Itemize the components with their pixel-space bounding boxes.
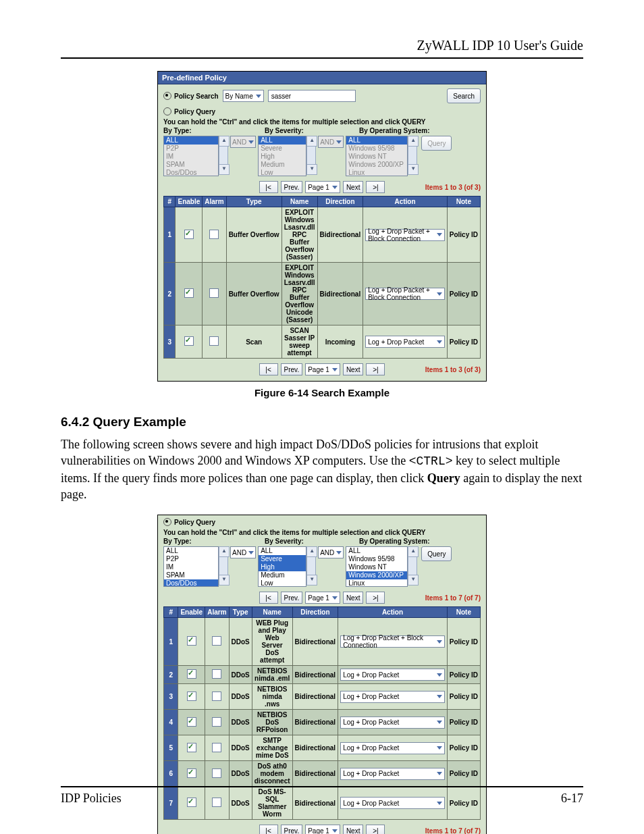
next-button[interactable]: Next — [343, 592, 364, 604]
scroll-down-icon[interactable]: ▼ — [306, 575, 317, 585]
alarm-checkbox[interactable] — [209, 288, 219, 298]
next-button[interactable]: Next — [343, 825, 364, 834]
alarm-checkbox[interactable] — [212, 669, 221, 679]
search-button[interactable]: Search — [447, 88, 481, 103]
scroll-up-icon[interactable]: ▲ — [219, 546, 230, 557]
page-select[interactable]: Page 1 — [305, 181, 340, 193]
scrollbar[interactable] — [219, 557, 228, 575]
listbox-option[interactable]: Windows 2000/XP — [346, 571, 407, 579]
action-select[interactable]: Log + Drop Packet — [365, 336, 445, 348]
last-button[interactable]: >| — [366, 592, 385, 604]
alarm-checkbox[interactable] — [209, 336, 219, 346]
page-footer: IDP Policies 6-17 — [61, 786, 583, 806]
alarm-checkbox[interactable] — [212, 768, 221, 778]
action-select[interactable]: Log + Drop Packet — [340, 669, 445, 681]
query-button[interactable]: Query — [421, 546, 452, 561]
listbox-option: ALL — [164, 136, 218, 145]
policy-search-radio[interactable]: Policy Search — [163, 92, 219, 100]
enable-checkbox[interactable] — [187, 717, 196, 727]
and-select[interactable]: AND — [318, 546, 344, 558]
page-select[interactable]: Page 1 — [305, 363, 340, 375]
listbox-option[interactable]: Low — [259, 579, 306, 587]
enable-checkbox[interactable] — [184, 230, 194, 239]
enable-checkbox[interactable] — [184, 336, 194, 346]
action-select[interactable]: Log + Drop Packet — [340, 691, 445, 703]
scroll-up-icon[interactable]: ▲ — [219, 136, 230, 147]
prev-button[interactable]: Prev. — [281, 363, 303, 375]
first-button[interactable]: |< — [259, 825, 278, 834]
listbox: ALLSevereHighMediumLow — [258, 136, 306, 176]
scroll-down-icon[interactable]: ▼ — [219, 575, 230, 585]
page-select[interactable]: Page 1 — [305, 592, 340, 604]
action-select[interactable]: Log + Drop Packet — [340, 716, 445, 729]
first-button[interactable]: |< — [259, 363, 278, 375]
scroll-down-icon[interactable]: ▼ — [408, 575, 419, 585]
policy-query-radio[interactable]: Policy Query — [163, 107, 215, 115]
scroll-down-icon[interactable]: ▼ — [306, 164, 317, 175]
prev-button[interactable]: Prev. — [281, 825, 303, 834]
action-select[interactable]: Log + Drop Packet + Block Connection — [340, 635, 445, 648]
policy-query-radio[interactable]: Policy Query — [163, 518, 215, 526]
scroll-down-icon[interactable]: ▼ — [408, 164, 419, 175]
scroll-up-icon[interactable]: ▲ — [306, 136, 317, 147]
next-button[interactable]: Next — [343, 363, 364, 375]
listbox-option[interactable]: Severe — [259, 555, 306, 563]
prev-button[interactable]: Prev. — [281, 181, 303, 193]
listbox-option[interactable]: ALL — [259, 547, 306, 555]
first-button[interactable]: |< — [259, 181, 278, 193]
listbox-option[interactable]: ALL — [164, 547, 218, 555]
prev-button[interactable]: Prev. — [281, 592, 303, 604]
action-select[interactable]: Log + Drop Packet — [340, 768, 445, 780]
scrollbar[interactable] — [219, 147, 228, 164]
scroll-up-icon[interactable]: ▲ — [408, 546, 419, 557]
enable-checkbox[interactable] — [184, 288, 194, 298]
scrollbar[interactable] — [408, 147, 417, 164]
action-select[interactable]: Log + Drop Packet + Block Connection — [365, 229, 445, 241]
search-mode-select[interactable]: By Name — [223, 90, 264, 102]
listbox-option[interactable]: P2P — [164, 555, 218, 563]
alarm-checkbox[interactable] — [212, 692, 221, 701]
scroll-down-icon[interactable]: ▼ — [219, 164, 230, 175]
listbox-option[interactable]: High — [259, 563, 306, 571]
enable-checkbox[interactable] — [187, 743, 196, 752]
pager-bottom: |< Prev. Page 1 Next >| Items 1 to 7 (of… — [163, 824, 481, 834]
scroll-up-icon[interactable]: ▲ — [408, 136, 419, 147]
listbox-option[interactable]: IM — [164, 563, 218, 571]
enable-checkbox[interactable] — [187, 669, 196, 679]
listbox[interactable]: ALLSevereHighMediumLow — [258, 546, 306, 587]
last-button[interactable]: >| — [366, 181, 385, 193]
listbox[interactable]: ALLP2PIMSPAMDos/DDos — [163, 546, 219, 587]
listbox-option[interactable]: Linux — [346, 579, 407, 587]
scrollbar[interactable] — [306, 557, 316, 575]
table-header: Name — [252, 607, 292, 618]
last-button[interactable]: >| — [366, 363, 385, 375]
enable-checkbox[interactable] — [187, 636, 196, 646]
scrollbar[interactable] — [408, 557, 417, 575]
listbox-option[interactable]: ALL — [346, 547, 407, 555]
listbox-option[interactable]: Windows 95/98 — [346, 555, 407, 563]
policy-table: #EnableAlarmTypeNameDirectionActionNote1… — [163, 196, 481, 359]
listbox-option[interactable]: Dos/DDos — [164, 579, 218, 587]
scrollbar[interactable] — [306, 147, 316, 164]
next-button[interactable]: Next — [343, 181, 364, 193]
listbox-option[interactable]: Medium — [259, 571, 306, 579]
last-button[interactable]: >| — [366, 825, 385, 834]
enable-checkbox[interactable] — [187, 692, 196, 701]
listbox-option[interactable]: SPAM — [164, 571, 218, 579]
enable-checkbox[interactable] — [187, 768, 196, 778]
alarm-checkbox[interactable] — [212, 717, 221, 727]
and-select[interactable]: AND — [230, 546, 256, 558]
listbox-option[interactable]: Windows NT — [346, 563, 407, 571]
footer-left: IDP Policies — [61, 791, 122, 806]
alarm-checkbox[interactable] — [209, 230, 219, 239]
alarm-checkbox[interactable] — [212, 636, 221, 646]
first-button[interactable]: |< — [259, 592, 278, 604]
alarm-checkbox[interactable] — [212, 743, 221, 752]
search-input[interactable]: sasser — [268, 90, 356, 102]
scroll-up-icon[interactable]: ▲ — [306, 546, 317, 557]
page-select[interactable]: Page 1 — [305, 825, 340, 834]
listbox[interactable]: ALLWindows 95/98Windows NTWindows 2000/X… — [346, 546, 408, 587]
action-select[interactable]: Log + Drop Packet + Block Connection — [365, 288, 445, 300]
header-rule — [61, 57, 583, 59]
action-select[interactable]: Log + Drop Packet — [340, 742, 445, 754]
